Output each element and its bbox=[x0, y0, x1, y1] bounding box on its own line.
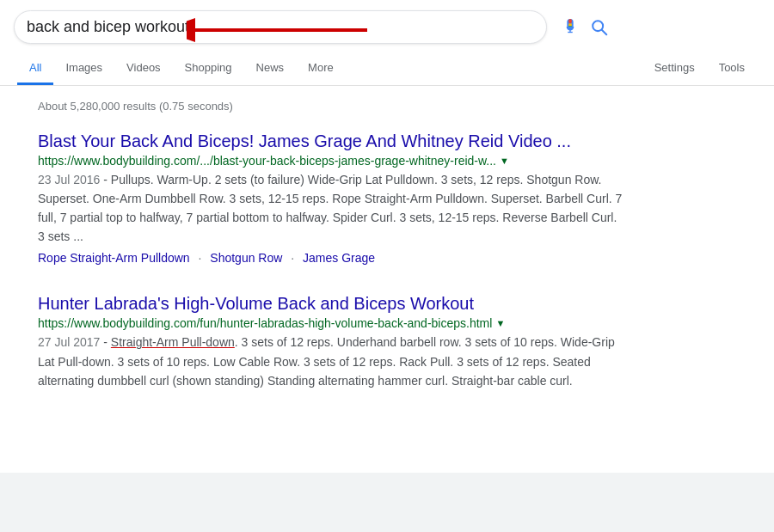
tab-tools[interactable]: Tools bbox=[707, 52, 757, 85]
result-snippet: 23 Jul 2016 - Pullups. Warm-Up. 2 sets (… bbox=[38, 170, 623, 246]
search-row bbox=[14, 10, 760, 44]
separator: · bbox=[199, 251, 202, 265]
result-snippet: 27 Jul 2017 - Straight-Arm Pull-down. 3 … bbox=[38, 333, 623, 389]
separator: · bbox=[291, 251, 294, 265]
search-button[interactable] bbox=[590, 18, 609, 37]
header: All Images Videos Shopping News More Set… bbox=[0, 0, 774, 86]
tab-news[interactable]: News bbox=[244, 52, 297, 85]
result-date: 23 Jul 2016 bbox=[38, 173, 100, 187]
result-url-row: https://www.bodybuilding.com/.../blast-y… bbox=[38, 154, 623, 168]
search-input[interactable] bbox=[27, 18, 534, 36]
svg-line-8 bbox=[602, 29, 607, 34]
result-date: 27 Jul 2017 bbox=[38, 335, 100, 349]
result-url-dropdown[interactable]: ▼ bbox=[495, 318, 505, 328]
tab-shopping[interactable]: Shopping bbox=[173, 52, 244, 85]
svg-rect-2 bbox=[568, 18, 572, 23]
tab-more[interactable]: More bbox=[296, 52, 346, 85]
result-url-dropdown[interactable]: ▼ bbox=[500, 156, 509, 166]
result-url: https://www.bodybuilding.com/.../blast-y… bbox=[38, 154, 496, 168]
svg-rect-3 bbox=[568, 23, 572, 26]
result-url: https://www.bodybuilding.com/fun/hunter-… bbox=[38, 316, 492, 330]
tab-images[interactable]: Images bbox=[53, 52, 114, 85]
result-title[interactable]: Blast Your Back And Biceps! James Grage … bbox=[38, 130, 623, 152]
mic-icon bbox=[561, 18, 580, 37]
result-sitelink[interactable]: James Grage bbox=[303, 251, 375, 265]
result-sitelink[interactable]: Shotgun Row bbox=[210, 251, 282, 265]
result-item: Hunter Labrada's High-Volume Back and Bi… bbox=[38, 292, 623, 389]
mic-button[interactable] bbox=[561, 18, 580, 37]
tab-all[interactable]: All bbox=[17, 52, 53, 85]
result-title[interactable]: Hunter Labrada's High-Volume Back and Bi… bbox=[38, 292, 623, 315]
result-snippet-text: - Pullups. Warm-Up. 2 sets (to failure) … bbox=[38, 173, 622, 243]
result-sitelink[interactable]: Rope Straight-Arm Pulldown bbox=[38, 251, 190, 265]
tab-videos[interactable]: Videos bbox=[114, 52, 173, 85]
result-sitelinks: Rope Straight-Arm Pulldown · Shotgun Row… bbox=[38, 251, 623, 265]
search-box[interactable] bbox=[14, 10, 547, 44]
nav-tabs: All Images Videos Shopping News More Set… bbox=[14, 52, 760, 85]
results-area: About 5,280,000 results (0.75 seconds) B… bbox=[0, 86, 774, 473]
svg-rect-4 bbox=[568, 26, 572, 27]
results-count: About 5,280,000 results (0.75 seconds) bbox=[38, 100, 760, 113]
search-icon bbox=[590, 18, 609, 37]
result-snippet-text: - Straight-Arm Pull-down. 3 sets of 12 r… bbox=[38, 335, 615, 387]
result-url-row: https://www.bodybuilding.com/fun/hunter-… bbox=[38, 316, 623, 330]
tab-settings[interactable]: Settings bbox=[642, 52, 707, 85]
result-item: Blast Your Back And Biceps! James Grage … bbox=[38, 130, 623, 265]
